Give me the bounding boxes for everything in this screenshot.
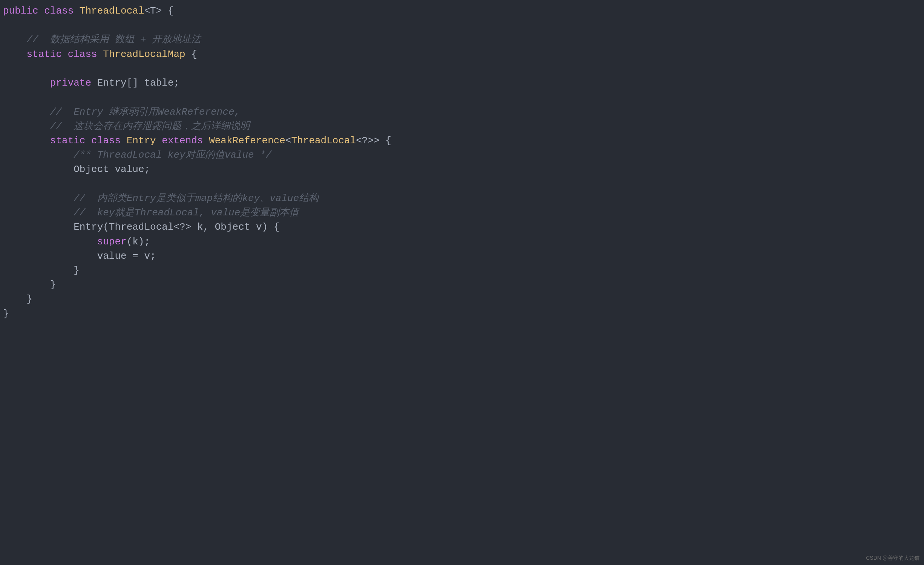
brace-close-map: } bbox=[3, 293, 32, 305]
param-type-threadlocal: ThreadLocal bbox=[109, 221, 174, 233]
keyword-super: super bbox=[97, 236, 127, 247]
line-constructor: Entry(ThreadLocal<?> k, Object v) { bbox=[3, 221, 279, 233]
keyword-private: private bbox=[50, 77, 91, 89]
brace-close-entry: } bbox=[3, 279, 56, 290]
line-threadlocalmap: static class ThreadLocalMap { bbox=[3, 49, 197, 60]
indent bbox=[3, 164, 74, 175]
code-block: public class ThreadLocal<T> { // 数据结构采用 … bbox=[3, 4, 921, 321]
paren-open: ( bbox=[103, 221, 109, 233]
constructor-name: Entry bbox=[74, 221, 103, 233]
keyword-static: static bbox=[26, 49, 62, 60]
assign-stmt: value = v; bbox=[97, 250, 156, 262]
line-super-call: super(k); bbox=[3, 236, 150, 247]
indent bbox=[3, 135, 50, 146]
indent bbox=[3, 49, 26, 60]
keyword-static: static bbox=[50, 135, 86, 146]
brace-open: { bbox=[380, 135, 391, 146]
class-name-threadlocal: ThreadLocal bbox=[80, 5, 144, 17]
paren-close: ) bbox=[262, 221, 268, 233]
semicolon: ; bbox=[144, 164, 150, 175]
generic-wildcard: <?> bbox=[356, 135, 374, 146]
comment-data-structure: // 数据结构采用 数组 + 开放地址法 bbox=[3, 34, 201, 45]
generic-threadlocal: ThreadLocal bbox=[291, 135, 356, 146]
keyword-public: public bbox=[3, 5, 38, 17]
param-k: k bbox=[191, 221, 203, 233]
line-table-field: private Entry[] table; bbox=[3, 77, 179, 89]
keyword-class: class bbox=[68, 49, 97, 60]
line-1: public class ThreadLocal<T> { bbox=[3, 5, 174, 17]
indent bbox=[3, 77, 50, 89]
indent bbox=[3, 221, 74, 233]
comment-entry-weakref: // Entry 继承弱引用WeakReference, bbox=[3, 106, 240, 118]
type-entry-array: Entry[] bbox=[97, 77, 138, 89]
watermark: CSDN @善守的大龙猫 bbox=[866, 554, 919, 562]
brace-open: { bbox=[162, 5, 173, 17]
class-name-weakreference: WeakReference bbox=[209, 135, 285, 146]
semicolon: ; bbox=[174, 77, 180, 89]
brace-open: { bbox=[185, 49, 197, 60]
class-name-entry: Entry bbox=[127, 135, 156, 146]
class-name-threadlocalmap: ThreadLocalMap bbox=[103, 49, 185, 60]
param-v: v bbox=[250, 221, 262, 233]
comment-key-value: /** ThreadLocal key对应的值value */ bbox=[3, 149, 272, 161]
line-entry-class: static class Entry extends WeakReference… bbox=[3, 135, 391, 146]
brace-close-ctor: } bbox=[3, 265, 80, 276]
indent bbox=[3, 250, 97, 262]
brace-close-threadlocal: } bbox=[3, 308, 9, 319]
comment-inner-class: // 内部类Entry是类似于map结构的key、value结构 bbox=[3, 193, 319, 204]
var-table: table bbox=[144, 77, 173, 89]
param-generic: <?> bbox=[174, 221, 192, 233]
var-value: value bbox=[115, 164, 144, 175]
param-type-object: Object bbox=[215, 221, 250, 233]
line-value-field: Object value; bbox=[3, 164, 150, 175]
brace-open: { bbox=[268, 221, 279, 233]
super-args: (k); bbox=[127, 236, 150, 247]
comment-memory-leak: // 这块会存在内存泄露问题，之后详细说明 bbox=[3, 121, 250, 132]
keyword-class: class bbox=[91, 135, 121, 146]
comma: , bbox=[203, 221, 215, 233]
type-object: Object bbox=[74, 164, 109, 175]
indent bbox=[3, 236, 97, 247]
generic-open: < bbox=[285, 135, 291, 146]
line-value-assign: value = v; bbox=[3, 250, 156, 262]
generic-close: > bbox=[374, 135, 380, 146]
keyword-extends: extends bbox=[162, 135, 203, 146]
keyword-class: class bbox=[44, 5, 74, 17]
comment-key-threadlocal: // key就是ThreadLocal, value是变量副本值 bbox=[3, 207, 299, 218]
generic-param: <T> bbox=[144, 5, 162, 17]
